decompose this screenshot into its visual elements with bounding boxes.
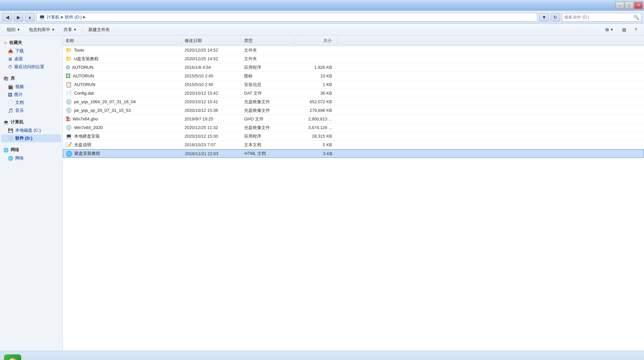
- window-controls: – □ ✕: [616, 2, 643, 9]
- table-row[interactable]: 📄 Config.dat 2020/10/12 15:42 DAT 文件 36 …: [63, 89, 644, 98]
- file-date-cell: 2020/12/25 11:32: [182, 125, 241, 130]
- file-size-cell: 1 KB: [294, 82, 337, 87]
- search-box: 🔍: [562, 13, 641, 22]
- refresh-button[interactable]: ↻: [551, 13, 560, 22]
- sidebar-item-c-drive[interactable]: 💾 本地磁盘 (C:): [1, 126, 61, 134]
- col-header-size[interactable]: 大小: [294, 37, 337, 44]
- file-name-cell: 📋 AUTORUN: [63, 81, 182, 88]
- view-chevron-icon: ▼: [610, 28, 614, 31]
- file-size-cell: 1,926 KB: [294, 65, 337, 70]
- file-size-cell: 28,315 KB: [294, 134, 337, 139]
- back-button[interactable]: ◀: [3, 13, 12, 22]
- computer-icon: 💻: [3, 120, 9, 125]
- include-library-button[interactable]: 包含到库中 ▼: [25, 25, 59, 34]
- network-section-icon: 🌐: [3, 148, 9, 153]
- table-row[interactable]: 🖼 AUTORUN 2015/5/10 2:45 图标 10 KB: [63, 72, 644, 80]
- file-type-cell: 应用程序: [241, 133, 294, 139]
- table-row[interactable]: 💻 本地硬盘安装 2020/10/12 15:30 应用程序 28,315 KB: [63, 132, 644, 141]
- file-name-cell: 🗜 Win7x64.gho: [63, 116, 182, 122]
- file-type-cell: 图标: [241, 73, 294, 79]
- up-button[interactable]: ▲: [25, 13, 34, 22]
- address-bar: ◀ ▶ ▲ 💻 计算机 ▶ 软件 (D:) ▶ ▼ ↻ 🔍: [0, 11, 644, 24]
- new-folder-button[interactable]: 新建文件夹: [85, 25, 113, 34]
- file-date-cell: 2016/1/8 4:54: [182, 65, 241, 70]
- share-button[interactable]: 共享 ▼: [60, 25, 80, 34]
- table-row[interactable]: 📁 Tools 2020/12/25 14:52 文件夹: [63, 46, 644, 55]
- main-layout: ★ 收藏夹 📥 下载 🖥 桌面 ⏱ 最近访问的位置 📚 库 🎬: [0, 36, 644, 351]
- minimize-button[interactable]: –: [616, 2, 624, 9]
- close-button[interactable]: ✕: [634, 2, 643, 9]
- file-date-cell: 2020/10/12 15:30: [182, 134, 241, 139]
- file-date-cell: 2016/10/23 7:07: [182, 142, 241, 147]
- table-row[interactable]: 💿 pe_yqs_xp_20_07_31_15_53 2020/10/12 15…: [63, 106, 644, 115]
- table-row[interactable]: ⚙ AUTORUN 2016/1/8 4:54 应用程序 1,926 KB: [63, 63, 644, 72]
- breadcrumb-drive[interactable]: 软件 (D:): [65, 14, 82, 20]
- file-name-text: pe_yqs_xp_20_07_31_15_53: [74, 108, 131, 113]
- dropdown-button[interactable]: ▼: [539, 13, 549, 22]
- table-row[interactable]: 📋 AUTORUN 2015/5/10 2:45 安装信息 1 KB: [63, 80, 644, 89]
- col-header-type[interactable]: 类型: [241, 37, 294, 44]
- maximize-button[interactable]: □: [625, 2, 633, 9]
- network-section: 🌐 网络 🌐 网络: [1, 146, 61, 162]
- file-name-text: AUTORUN: [72, 65, 93, 70]
- col-header-name[interactable]: 名称: [63, 37, 182, 44]
- sidebar-item-document[interactable]: 📄 文档: [1, 99, 61, 107]
- file-name-cell: 💻 本地硬盘安装: [63, 133, 182, 139]
- sidebar-item-recent[interactable]: ⏱ 最近访问的位置: [1, 63, 61, 71]
- file-type-cell: 文件夹: [241, 47, 294, 53]
- toolbar: 组织 ▼ 包含到库中 ▼ 共享 ▼ 新建文件夹 ⊞ ▼ ▤ ?: [0, 24, 644, 36]
- file-date-cell: 2019/9/7 19:25: [182, 116, 241, 121]
- file-list: 📁 Tools 2020/12/25 14:52 文件夹 📁 U盘安装教程 20…: [63, 46, 644, 158]
- sidebar-item-download[interactable]: 📥 下载: [1, 47, 61, 55]
- sidebar-item-desktop[interactable]: 🖥 桌面: [1, 55, 61, 63]
- file-size-cell: 279,696 KB: [294, 108, 337, 113]
- share-chevron-icon: ▼: [73, 28, 77, 31]
- computer-header[interactable]: 💻 计算机: [1, 118, 61, 126]
- search-icon[interactable]: 🔍: [633, 15, 639, 20]
- file-name-cell: 📄 Config.dat: [63, 90, 182, 96]
- file-name-cell: 💿 pe_yqs_xp_20_07_31_15_53: [63, 107, 182, 113]
- sidebar-item-video[interactable]: 🎬 视频: [1, 83, 61, 91]
- library-header[interactable]: 📚 库: [1, 74, 61, 83]
- favorites-header[interactable]: ★ 收藏夹: [1, 38, 61, 47]
- table-row[interactable]: 💿 Win7x64_2020 2020/12/25 11:32 光盘映像文件 3…: [63, 123, 644, 132]
- table-row[interactable]: 🗜 Win7x64.gho 2019/9/7 19:25 GHO 文件 2,90…: [63, 115, 644, 123]
- file-icon: 📁: [65, 56, 72, 62]
- file-name-cell: 📁 U盘安装教程: [63, 56, 182, 62]
- organize-button[interactable]: 组织 ▼: [3, 25, 24, 34]
- sidebar-item-d-drive[interactable]: 💿 软件 (D:): [1, 134, 61, 142]
- network-header[interactable]: 🌐 网络: [1, 146, 61, 154]
- file-size-cell: 5 KB: [294, 142, 337, 147]
- forward-button[interactable]: ▶: [14, 13, 23, 22]
- sidebar-item-image[interactable]: 🖼 图片: [1, 91, 61, 99]
- file-size-cell: 10 KB: [294, 73, 337, 78]
- preview-button[interactable]: ▤: [619, 25, 630, 34]
- file-name-text: AUTORUN: [74, 82, 95, 87]
- file-name-text: Win7x64.gho: [73, 116, 98, 121]
- file-icon: 🗜: [65, 116, 71, 122]
- file-date-cell: 2016/11/21 22:03: [182, 151, 242, 156]
- help-button[interactable]: ?: [631, 25, 641, 34]
- sidebar-item-network[interactable]: 🌐 网络: [1, 154, 61, 162]
- file-name-text: 硬盘安装教程: [74, 151, 100, 157]
- file-type-cell: 光盘映像文件: [241, 125, 294, 131]
- library-chevron-icon: ▼: [52, 28, 55, 31]
- sidebar-item-music[interactable]: 🎵 音乐: [1, 107, 61, 114]
- view-button[interactable]: ⊞ ▼: [602, 25, 617, 34]
- table-row[interactable]: 💿 pe_yqs_1064_20_07_31_16_04 2020/10/12 …: [63, 98, 644, 106]
- video-icon: 🎬: [8, 84, 13, 89]
- file-size-cell: 652,072 KB: [294, 99, 337, 104]
- file-type-cell: 文本文档: [241, 142, 294, 148]
- file-icon: 🌐: [66, 151, 72, 157]
- table-row[interactable]: 📁 U盘安装教程 2020/12/25 14:52 文件夹: [63, 55, 644, 63]
- file-date-cell: 2020/12/25 14:52: [182, 56, 241, 61]
- table-row[interactable]: 📝 光盘说明 2016/10/23 7:07 文本文档 5 KB: [63, 141, 644, 149]
- breadcrumb-computer[interactable]: 计算机: [47, 14, 60, 20]
- col-header-date[interactable]: 修改日期: [182, 37, 241, 44]
- table-row[interactable]: 🌐 硬盘安装教程 2016/11/21 22:03 HTML 文档 3 KB: [63, 149, 644, 158]
- preview-pane-icon: ▤: [622, 27, 626, 32]
- search-input[interactable]: [564, 15, 633, 20]
- organize-chevron-icon: ▼: [17, 28, 20, 31]
- file-name-text: pe_yqs_1064_20_07_31_16_04: [74, 99, 136, 104]
- bottom-bar: 📦 13 个对象: [0, 351, 644, 360]
